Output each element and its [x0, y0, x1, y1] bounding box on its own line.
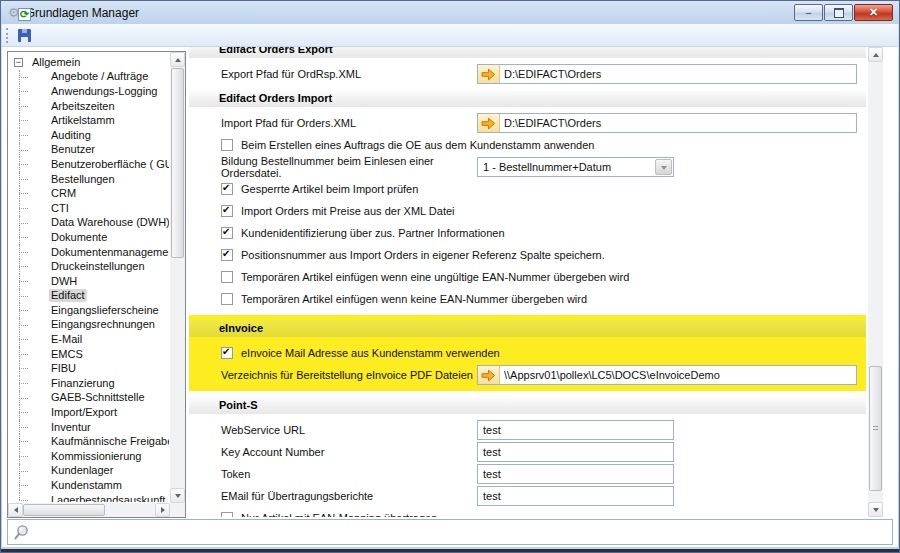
tree-item[interactable]: Auditing: [9, 128, 169, 143]
tree-item-label: Arbeitszeiten: [49, 100, 117, 113]
checkbox-label: Temporären Artikel einfügen wenn eine un…: [241, 271, 629, 283]
tree-item[interactable]: Import/Export: [9, 405, 169, 420]
field-label: WebService URL: [221, 424, 477, 436]
refresh-button[interactable]: ⟳: [13, 4, 36, 25]
tree-item[interactable]: DWH: [9, 274, 169, 289]
tree-item[interactable]: Kundenlager: [9, 464, 169, 479]
tree-item[interactable]: Eingangsrechnungen: [9, 318, 169, 333]
tree-item[interactable]: GAEB-Schnittstelle: [9, 391, 169, 406]
text-input[interactable]: [477, 486, 674, 506]
tree-item[interactable]: Dokumente: [9, 230, 169, 245]
minimize-button[interactable]: –: [794, 4, 823, 21]
section-header: Point-S: [189, 397, 866, 414]
scroll-right-icon[interactable]: [155, 503, 170, 517]
search-input[interactable]: [31, 520, 892, 544]
tree-scroll-thumb[interactable]: [171, 68, 184, 258]
path-input[interactable]: [500, 65, 856, 83]
tree-item-label: Bestellungen: [49, 173, 117, 186]
close-button[interactable]: ✕: [854, 4, 893, 21]
checkbox[interactable]: [221, 227, 233, 239]
checkbox[interactable]: [221, 293, 233, 305]
tree-item[interactable]: CTI: [9, 201, 169, 216]
path-input[interactable]: [500, 366, 856, 384]
text-input[interactable]: [477, 420, 674, 440]
tree-item[interactable]: Inventur: [9, 420, 169, 435]
content-scroll-thumb[interactable]: [869, 366, 882, 491]
tree-item[interactable]: Benutzer: [9, 143, 169, 158]
save-button[interactable]: [13, 25, 36, 46]
tree-item[interactable]: Finanzierung: [9, 376, 169, 391]
settings-section: Edifact Orders ImportImport Pfad für Ord…: [189, 90, 866, 309]
browse-button[interactable]: [478, 366, 500, 384]
checkbox[interactable]: [221, 183, 233, 195]
collapse-icon[interactable]: −: [14, 58, 23, 67]
tree-item[interactable]: Kommissionierung: [9, 449, 169, 464]
checkbox-label: Temporären Artikel einfügen wenn keine E…: [241, 293, 587, 305]
content-vertical-scrollbar[interactable]: [868, 47, 883, 517]
tree-item[interactable]: FIBU: [9, 361, 169, 376]
settings-content-panel: Edifact Orders ExportExport Pfad für Ord…: [189, 47, 883, 517]
tree-item[interactable]: Eingangslieferscheine: [9, 303, 169, 318]
tree-vertical-scrollbar[interactable]: [170, 52, 185, 503]
search-icon: [12, 523, 31, 542]
scroll-down-icon[interactable]: [170, 488, 185, 503]
tree-item[interactable]: −Allgemein: [9, 55, 169, 70]
orange-arrow-icon: [481, 117, 496, 130]
tree-item[interactable]: Artikelstamm: [9, 113, 169, 128]
dropdown[interactable]: 1 - Bestellnummer+Datum: [477, 157, 674, 177]
tree-item[interactable]: EMCS: [9, 347, 169, 362]
tree-item[interactable]: Kundenstamm: [9, 478, 169, 493]
checkbox[interactable]: [221, 512, 233, 517]
tree-item[interactable]: Edifact: [9, 289, 169, 304]
checkbox[interactable]: [221, 249, 233, 261]
tree-item-label: Data Warehouse (DWH): [49, 216, 169, 229]
browse-button[interactable]: [478, 65, 500, 83]
tree-item[interactable]: Data Warehouse (DWH): [9, 216, 169, 231]
maximize-button[interactable]: [824, 4, 853, 21]
path-row: Import Pfad für Orders.XML: [189, 113, 866, 133]
tree-item-label: CTI: [49, 202, 71, 215]
tree-item[interactable]: Angebote / Aufträge: [9, 70, 169, 85]
checkbox-row: Gesperrte Artikel beim Import prüfen: [189, 179, 866, 199]
settings-section: Point-SWebService URLKey Account NumberT…: [189, 397, 866, 517]
scroll-down-icon[interactable]: [868, 502, 883, 517]
tree-item[interactable]: E-Mail: [9, 332, 169, 347]
tree-item-label: Kundenlager: [49, 464, 115, 477]
path-input[interactable]: [500, 114, 856, 132]
tree-item[interactable]: CRM: [9, 186, 169, 201]
text-input[interactable]: [477, 464, 674, 484]
window-title: Grundlagen Manager: [26, 6, 139, 20]
settings-tree: −AllgemeinAngebote / AufträgeAnwendungs-…: [9, 53, 169, 502]
checkbox-label: Positionsnummer aus Import Orders in eig…: [241, 249, 605, 261]
scroll-up-icon[interactable]: [170, 52, 185, 67]
checkbox[interactable]: [221, 271, 233, 283]
tree-item-label: Kommissionierung: [49, 450, 143, 463]
checkbox-label: Import Orders mit Preise aus der XML Dat…: [241, 205, 455, 217]
text-input[interactable]: [477, 442, 674, 462]
scroll-left-icon[interactable]: [8, 503, 23, 517]
tree-item[interactable]: Dokumentenmanagementsy: [9, 245, 169, 260]
field-label: Export Pfad für OrdRsp.XML: [221, 68, 477, 80]
tree-item[interactable]: Bestellungen: [9, 172, 169, 187]
text-row: EMail für Übertragungsberichte: [189, 486, 866, 506]
scroll-up-icon[interactable]: [868, 47, 883, 62]
checkbox-label: eInvoice Mail Adresse aus Kundenstamm ve…: [241, 347, 500, 359]
checkbox[interactable]: [221, 139, 233, 151]
tree-item[interactable]: Druckeinstellungen: [9, 259, 169, 274]
tree-item[interactable]: Lagerbestandsauskunft: [9, 493, 169, 502]
toolbar-grip[interactable]: [6, 28, 9, 43]
browse-button[interactable]: [478, 114, 500, 132]
tree-item[interactable]: Kaufmännische Freigabe: [9, 434, 169, 449]
dropdown-arrow-icon[interactable]: [655, 159, 672, 175]
tree-item[interactable]: Benutzeroberfläche ( GUI ): [9, 157, 169, 172]
tree-item[interactable]: Arbeitszeiten: [9, 99, 169, 114]
tree-horizontal-scrollbar[interactable]: [8, 503, 170, 517]
tree-item-label: Finanzierung: [49, 377, 117, 390]
tree-hscroll-thumb[interactable]: [23, 504, 105, 516]
tree-item-label: Edifact: [49, 289, 87, 302]
checkbox[interactable]: [221, 347, 233, 359]
tree-item[interactable]: Anwendungs-Logging: [9, 84, 169, 99]
orange-arrow-icon: [481, 369, 496, 382]
checkbox[interactable]: [221, 205, 233, 217]
save-icon: [18, 29, 31, 42]
